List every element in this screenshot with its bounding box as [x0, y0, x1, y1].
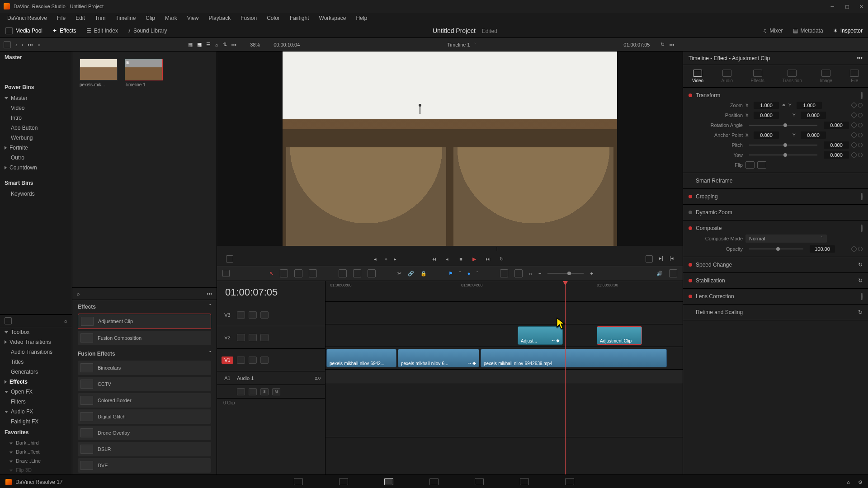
anchor-x-value[interactable]: 0.000 [754, 131, 779, 139]
reset-icon[interactable] [857, 102, 863, 108]
flip-v-button[interactable] [757, 161, 766, 169]
prev-edit-icon[interactable]: ◂ [374, 256, 377, 262]
menu-item[interactable]: Fusion [236, 14, 261, 22]
options-icon[interactable]: ••• [207, 291, 212, 296]
overwrite-clip-icon[interactable] [353, 269, 361, 277]
zoom-slider[interactable] [547, 273, 584, 274]
chevron-down-icon[interactable]: ˇ [459, 271, 461, 276]
effect-item[interactable]: Colored Border [78, 393, 211, 408]
chevron-down-icon[interactable]: ˇ [476, 271, 478, 276]
track-lane-v2[interactable]: Adjust... 〜 ◆ Adjustment Clip [326, 324, 683, 347]
rotation-slider[interactable] [749, 125, 817, 126]
reset-icon[interactable] [857, 246, 863, 252]
metadata-button[interactable]: ▤Metadata [793, 28, 823, 34]
tab-file[interactable]: File [850, 70, 859, 83]
page-color[interactable] [475, 478, 484, 485]
track-lock-icon[interactable] [237, 334, 245, 341]
track-header-v1[interactable]: V1 [217, 349, 325, 371]
selection-tool-icon[interactable]: ↖ [269, 271, 274, 277]
search-icon[interactable]: ⌕ [529, 271, 532, 276]
thumb-view-icon[interactable]: ▦ [188, 42, 193, 47]
media-pool-button[interactable]: Media Pool [5, 27, 42, 34]
toolbox-header[interactable]: Toolbox [0, 327, 72, 337]
bin-item[interactable]: Outro [0, 153, 72, 163]
track-lane-v3[interactable] [326, 302, 683, 324]
replace-clip-icon[interactable] [368, 269, 376, 277]
clip-video[interactable]: pexels-mikhail-nilov-6...〜 ◆ [398, 349, 479, 367]
media-thumb[interactable]: ⊞ Timeline 1 [125, 59, 163, 87]
master-bin[interactable]: Master [0, 52, 72, 63]
effect-item[interactable]: DVE [78, 458, 211, 473]
insert-clip-icon[interactable] [339, 269, 347, 277]
zoom-in-icon[interactable]: + [590, 271, 593, 276]
menu-item[interactable]: Trim [90, 14, 110, 22]
menu-item[interactable]: Mark [160, 14, 182, 22]
options-icon[interactable]: ••• [857, 55, 863, 61]
section-smart-reframe[interactable]: Smart Reframe [689, 176, 863, 186]
track-lock-icon[interactable] [237, 388, 245, 395]
track-lane-empty[interactable] [326, 383, 683, 437]
menu-item[interactable]: File [52, 14, 70, 22]
in-icon[interactable]: |◂ [670, 255, 674, 263]
section-dynamic-zoom[interactable]: Dynamic Zoom [689, 207, 863, 217]
menu-item[interactable]: Workspace [315, 14, 351, 22]
pitch-slider[interactable] [749, 145, 817, 145]
page-fairlight[interactable] [520, 478, 529, 485]
prev-frame-icon[interactable]: ◂ [443, 255, 451, 263]
pos-x-value[interactable]: 0.000 [754, 112, 779, 119]
timeline-ruler[interactable]: 01:00:00:00 01:00:04:00 01:00:08:00 [326, 281, 683, 302]
menu-item[interactable]: Fairlight [285, 14, 314, 22]
toolbox-item[interactable]: Generators [0, 367, 72, 377]
reset-icon[interactable] [857, 112, 863, 118]
clip-video[interactable]: pexels-mikhail-nilov-6942639.mp4 [481, 349, 667, 367]
track-mute-icon[interactable] [260, 311, 269, 319]
track-header-v2[interactable]: V2 [217, 326, 325, 349]
flip-h-button[interactable] [745, 161, 755, 169]
track-lane-a1[interactable] [326, 370, 683, 383]
close-icon[interactable]: ✕ [858, 3, 864, 9]
chevron-left-icon[interactable]: ‹ [15, 42, 17, 47]
toolbox-item[interactable]: Fairlight FX [0, 417, 72, 427]
effect-item[interactable]: Binoculars [78, 361, 211, 375]
toolbox-item[interactable]: Audio Transitions [0, 347, 72, 357]
viewer[interactable] [217, 52, 683, 246]
chevron-down-icon[interactable]: ˇ [475, 42, 476, 47]
track-header-a1-controls[interactable]: . S M [217, 385, 325, 399]
stop-icon[interactable]: ■ [457, 255, 464, 263]
page-media[interactable] [294, 478, 303, 485]
maximize-icon[interactable]: ▢ [844, 3, 850, 9]
razor-tool-icon[interactable] [294, 269, 302, 277]
marker-icon[interactable]: ● [467, 271, 471, 276]
track-lock-icon[interactable] [237, 357, 245, 364]
sort-icon[interactable]: ⇅ [223, 42, 227, 47]
playhead[interactable] [565, 281, 566, 474]
section-speed-change[interactable]: Speed Change↻ [689, 260, 863, 270]
menu-item[interactable]: Clip [141, 14, 160, 22]
minimize-icon[interactable]: ─ [829, 3, 835, 9]
list-view-icon[interactable]: ☰ [206, 42, 211, 47]
menu-item[interactable]: Color [262, 14, 284, 22]
insert-tool-icon[interactable] [309, 269, 317, 277]
keyframe-icon[interactable] [851, 246, 857, 252]
effect-item[interactable]: DSLR [78, 442, 211, 456]
reset-icon[interactable]: ↻ [858, 277, 863, 284]
sound-library-button[interactable]: ♪Sound Library [128, 28, 167, 34]
grid-view-icon[interactable]: ▦ [197, 42, 202, 47]
gear-icon[interactable]: ⚙ [858, 479, 863, 485]
toolbox-item[interactable]: Video Transitions [0, 337, 72, 347]
bin-view-icon[interactable] [4, 41, 11, 48]
home-icon[interactable]: ⌂ [847, 479, 850, 485]
section-retime-scaling[interactable]: Retime and Scaling↻ [689, 307, 863, 317]
yaw-value[interactable]: 0.000 [824, 151, 849, 159]
pos-y-value[interactable]: 0.000 [801, 112, 826, 119]
transform-header[interactable]: Transform [689, 90, 863, 100]
zoom-x-value[interactable]: 1.000 [754, 102, 779, 109]
link-icon[interactable]: ⚭ [782, 103, 786, 108]
fullscreen-icon[interactable] [646, 255, 653, 263]
bin-item[interactable]: Keywords [0, 189, 72, 199]
bin-item[interactable]: Video [0, 103, 72, 113]
favorite-item[interactable]: ★Draw...Line [0, 456, 72, 465]
zoom-out-icon[interactable]: − [538, 271, 541, 276]
speaker-icon[interactable]: 🔊 [656, 271, 663, 277]
bin-item[interactable]: Master [0, 93, 72, 103]
